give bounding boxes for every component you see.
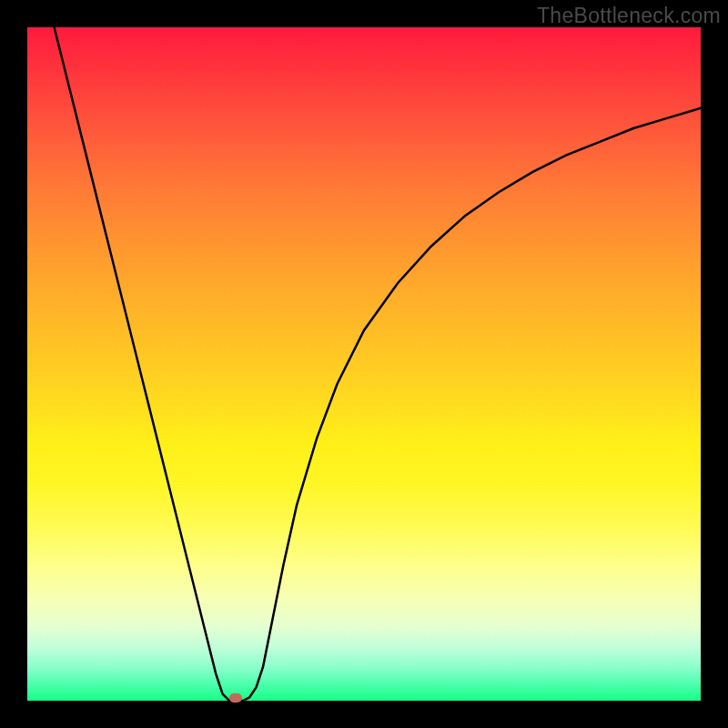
plot-area (27, 27, 701, 701)
optimum-marker (229, 693, 242, 703)
bottleneck-curve (27, 27, 701, 701)
chart-frame: TheBottleneck.com (0, 0, 728, 728)
watermark-text: TheBottleneck.com (537, 4, 721, 28)
